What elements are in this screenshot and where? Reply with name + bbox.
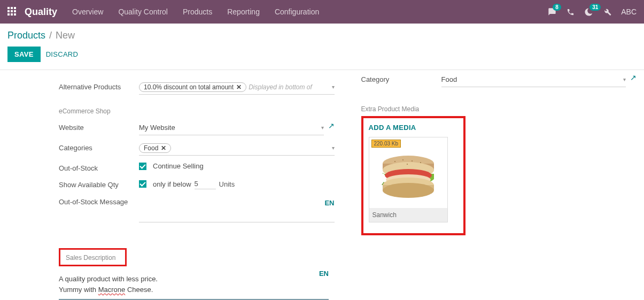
oos-message-label: Out-of-Stock Message <box>59 196 139 206</box>
chat-badge: 8 <box>553 4 561 11</box>
show-qty-threshold-input[interactable] <box>195 179 216 189</box>
svg-point-7 <box>383 183 434 198</box>
media-card[interactable]: 220.03 Kb <box>369 137 448 222</box>
alternative-products-field[interactable]: 10.0% discount on total amount ✕ Display… <box>139 81 335 95</box>
breadcrumb-sep: / <box>49 30 52 41</box>
activities-icon[interactable]: 31 <box>584 7 593 17</box>
dropdown-caret-icon[interactable]: ▾ <box>623 76 626 82</box>
categories-field[interactable]: Food ✕ ▾ <box>139 142 335 156</box>
extra-media-section-title: Extra Product Media <box>361 102 637 113</box>
continue-selling-text: Continue Selling <box>153 162 204 170</box>
show-qty-checkbox[interactable] <box>139 180 146 188</box>
dropdown-caret-icon[interactable]: ▾ <box>332 145 335 151</box>
alt-products-tag[interactable]: 10.0% discount on total amount ✕ <box>139 82 246 92</box>
website-label: Website <box>59 121 139 132</box>
menu-quality-control[interactable]: Quality Control <box>118 7 168 16</box>
website-field[interactable]: My Website ▾ <box>139 121 324 135</box>
breadcrumb-current: New <box>56 30 75 41</box>
media-caption: Sanwich <box>369 208 447 222</box>
sandwich-icon <box>374 143 443 202</box>
continue-selling-checkbox[interactable] <box>139 163 146 170</box>
apps-icon[interactable] <box>7 7 17 17</box>
sales-description-heading-box: Sales Description <box>59 248 127 266</box>
subheader: Products / New SAVE DISCARD <box>0 24 644 64</box>
debug-icon[interactable] <box>603 7 611 16</box>
sales-description-heading: Sales Description <box>66 254 115 261</box>
phone-icon[interactable] <box>567 8 575 16</box>
category-value: Food <box>441 75 457 83</box>
categories-tag[interactable]: Food ✕ <box>139 143 171 153</box>
oos-message-field[interactable]: EN <box>139 196 335 222</box>
media-thumbnail <box>369 137 447 208</box>
media-size-badge: 220.03 Kb <box>371 140 401 148</box>
svg-point-8 <box>394 161 395 162</box>
status-icons: 8 31 ABC <box>547 7 637 17</box>
form-content: x Alternative Products 10.0% discount on… <box>0 70 644 300</box>
sales-desc-line1: A quality product with less price. <box>59 274 329 284</box>
menu-reporting[interactable]: Reporting <box>227 7 260 16</box>
breadcrumb-root[interactable]: Products <box>7 30 45 41</box>
ecommerce-section-title: eCommerce Shop <box>59 104 335 115</box>
remove-tag-icon[interactable]: ✕ <box>161 144 166 152</box>
categories-label: Categories <box>59 142 139 152</box>
show-qty-label: Show Available Qty <box>59 179 139 189</box>
alternative-products-row: Alternative Products 10.0% discount on t… <box>59 78 335 98</box>
category-label: Category <box>361 73 441 83</box>
menu-overview[interactable]: Overview <box>72 7 103 16</box>
topbar: Quality Overview Quality Control Product… <box>0 0 644 24</box>
activities-badge: 31 <box>589 4 601 11</box>
chat-icon[interactable]: 8 <box>547 7 557 16</box>
svg-point-9 <box>402 159 404 160</box>
user-menu[interactable]: ABC <box>621 7 637 16</box>
add-media-button[interactable]: ADD A MEDIA <box>369 124 458 132</box>
svg-point-12 <box>407 164 408 165</box>
translate-button[interactable]: EN <box>319 270 329 278</box>
dropdown-caret-icon[interactable]: ▾ <box>321 125 324 130</box>
remove-tag-icon[interactable]: ✕ <box>236 83 242 91</box>
sales-description-field[interactable]: A quality product with less price. Yummy… <box>59 270 329 300</box>
sales-desc-line2: Yummy with Macrone Cheese. <box>59 284 329 295</box>
left-column: x Alternative Products 10.0% discount on… <box>59 70 335 300</box>
save-button[interactable]: SAVE <box>7 47 41 62</box>
category-field[interactable]: Food ▾ <box>441 73 626 87</box>
right-column: Category Food ▾ ↗ Extra Product Media AD… <box>361 70 637 300</box>
breadcrumb: Products / New <box>7 30 637 41</box>
website-value: My Website <box>139 124 175 132</box>
external-link-icon[interactable]: ↗ <box>328 121 335 130</box>
menu-configuration[interactable]: Configuration <box>275 7 319 16</box>
extra-media-highlight-box: ADD A MEDIA 220.03 Kb <box>361 116 465 235</box>
main-menu: Overview Quality Control Products Report… <box>72 7 319 16</box>
svg-point-10 <box>412 160 413 161</box>
show-qty-units: Units <box>219 180 235 188</box>
alternative-products-label: Alternative Products <box>59 81 139 91</box>
svg-point-11 <box>420 162 421 163</box>
show-qty-text: only if below <box>153 180 191 188</box>
external-link-icon[interactable]: ↗ <box>630 73 637 82</box>
discard-button[interactable]: DISCARD <box>46 50 79 58</box>
dropdown-caret-icon[interactable]: ▾ <box>332 84 335 90</box>
app-name: Quality <box>25 6 57 18</box>
translate-button[interactable]: EN <box>324 199 334 207</box>
out-of-stock-label: Out-of-Stock <box>59 162 139 172</box>
alt-products-hint: Displayed in bottom of <box>249 83 312 91</box>
menu-products[interactable]: Products <box>183 7 212 16</box>
